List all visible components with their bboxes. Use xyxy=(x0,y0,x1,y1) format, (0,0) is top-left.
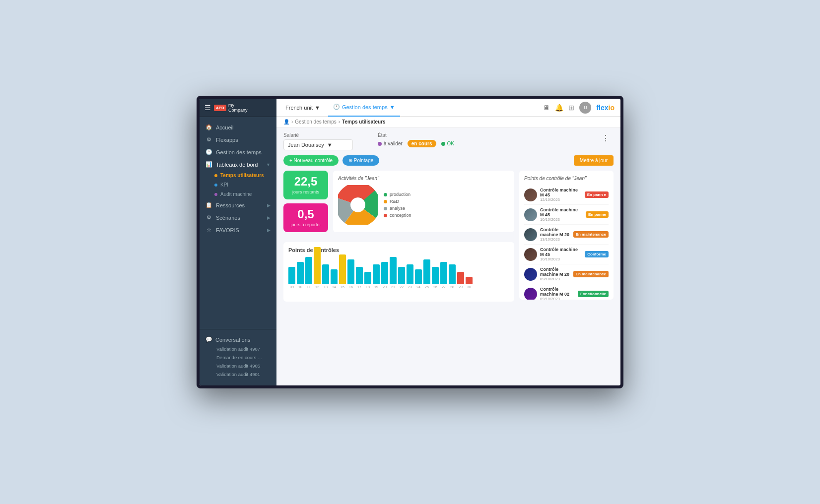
conv-item-2[interactable]: Demande en cours du 17/... xyxy=(205,353,271,362)
expand-icon: ▶ xyxy=(267,215,271,220)
bar-label: 29 xyxy=(459,285,463,289)
monitor-icon[interactable]: 🖥 xyxy=(543,104,550,112)
more-btn[interactable]: ⋮ xyxy=(598,132,614,144)
bar xyxy=(423,259,430,284)
control-info-3: Contrôle machine M 20 13/10/2023 xyxy=(540,227,570,242)
control-name-5: Contrôle machine M 20 xyxy=(540,267,570,277)
grid-icon[interactable]: ⊞ xyxy=(568,104,574,112)
bell-icon[interactable]: 🔔 xyxy=(555,104,563,112)
bar-group: 12 xyxy=(314,247,321,289)
bar xyxy=(415,269,422,284)
stat-label-jours-reporter: jours à reporter xyxy=(290,222,321,227)
conversations-header[interactable]: 💬 Conversations xyxy=(205,336,271,343)
hamburger-icon[interactable]: ☰ xyxy=(205,104,211,112)
état-option-ok[interactable]: OK xyxy=(441,141,454,146)
sidebar-item-flexapps[interactable]: ⚙ Flexapps xyxy=(200,133,276,146)
status-badge-5: En maintenance xyxy=(573,271,609,277)
bar-label: 24 xyxy=(416,285,420,289)
bar-chart-title: Points de contrôles xyxy=(288,247,509,253)
bar xyxy=(466,277,473,284)
bar-group: 25 xyxy=(423,259,430,289)
sidebar-item-label: Scénarios xyxy=(216,215,264,221)
conv-item-3[interactable]: Validation audit 4905 xyxy=(205,362,271,370)
bar xyxy=(364,272,371,284)
état-option-à-valider[interactable]: à valider xyxy=(378,141,403,146)
chevron-down-icon: ▼ xyxy=(315,105,320,111)
bar-label: 10 xyxy=(298,285,302,289)
bar-group: 29 xyxy=(457,272,464,289)
control-avatar-4 xyxy=(524,248,537,261)
conv-item-4[interactable]: Validation audit 4901 xyxy=(205,370,271,378)
état-option-en-cours[interactable]: en cours xyxy=(408,140,436,147)
bar-label: 26 xyxy=(433,285,437,289)
stat-label-jours-restants: jours restants xyxy=(292,189,319,194)
control-item-1[interactable]: Contrôle machine M 45 12/10/2023 En pann… xyxy=(524,185,609,205)
salarié-select[interactable]: Jean Douaisey ▼ xyxy=(283,139,353,150)
pie-chart xyxy=(338,185,378,225)
dashboard-content: 22,5 jours restants 0,5 jours à reporter xyxy=(283,171,614,302)
control-date-1: 12/10/2023 xyxy=(540,197,582,202)
tab-gestion-temps[interactable]: 🕐 Gestion des temps ▼ xyxy=(328,99,400,117)
sidebar-subitem-kpi[interactable]: KPI xyxy=(200,180,276,189)
bar xyxy=(356,267,363,284)
clock-tab-icon: 🕐 xyxy=(333,104,340,110)
état-label: État xyxy=(378,132,454,138)
bar-label: 27 xyxy=(442,285,446,289)
control-name-4: Contrôle machine M 45 xyxy=(540,247,582,257)
control-item-2[interactable]: Contrôle machine M 45 10/10/2023 En pann… xyxy=(524,205,609,225)
nouveau-controle-button[interactable]: + Nouveau contrôle xyxy=(283,155,339,166)
sidebar-item-scenarios[interactable]: ⚙ Scénarios ▶ xyxy=(200,211,276,224)
breadcrumb: 👤 › Gestion des temps › Temps utilisateu… xyxy=(276,117,620,127)
pie-chart-card: Activités de "Jean" xyxy=(333,171,514,232)
bar-group: 14 xyxy=(331,269,338,289)
sidebar-item-tableaux-bord[interactable]: 📊 Tableaux de bord ▼ xyxy=(200,158,276,171)
status-badge-3: En maintenance xyxy=(573,231,609,238)
status-badge-4: Conforme xyxy=(585,251,609,257)
control-info-1: Contrôle machine M 45 12/10/2023 xyxy=(540,188,582,202)
expand-icon: ▶ xyxy=(267,203,271,208)
mettre-a-jour-button[interactable]: Mettre à jour xyxy=(574,155,614,166)
unit-selector[interactable]: French unit ▼ xyxy=(282,103,323,112)
stat-card-jours-reporter: 0,5 jours à reporter xyxy=(283,203,328,232)
sidebar-item-accueil[interactable]: 🏠 Accueil xyxy=(200,121,276,133)
bar-group: 24 xyxy=(415,269,422,289)
bar xyxy=(305,257,312,284)
sidebar-subitem-temps-utilisateurs[interactable]: Temps utilisateurs xyxy=(200,171,276,180)
conv-item-1[interactable]: Validation audit 4907 xyxy=(205,345,271,353)
user-avatar[interactable]: U xyxy=(579,102,591,114)
control-avatar-1 xyxy=(524,189,537,201)
legend-label: analyse xyxy=(390,206,405,211)
main-content: French unit ▼ 🕐 Gestion des temps ▼ 🖥 🔔 … xyxy=(276,99,620,385)
pointage-button[interactable]: ⊕ Pointage xyxy=(342,155,379,166)
sidebar-item-gestion-temps[interactable]: 🕐 Gestion des temps xyxy=(200,146,276,158)
avatar-img-5 xyxy=(524,268,537,281)
sidebar-item-label: Accueil xyxy=(216,125,271,130)
legend-conception: conception xyxy=(384,213,411,218)
breadcrumb-separator: › xyxy=(339,119,340,125)
controls-panel: Points de contrôle de "Jean" Contrôle ma… xyxy=(519,171,614,300)
legend-label: production xyxy=(390,192,410,197)
control-item-6[interactable]: Contrôle machine M 02 09/10/2023 Fonctio… xyxy=(524,284,609,300)
bar-label: 12 xyxy=(315,285,319,289)
control-item-5[interactable]: Contrôle machine M 20 09/10/2023 En main… xyxy=(524,264,609,284)
stat-number-jours-reporter: 0,5 xyxy=(297,208,314,220)
actions-row: + Nouveau contrôle ⊕ Pointage Mettre à j… xyxy=(283,155,614,166)
bar-label: 20 xyxy=(383,285,387,289)
scenarios-icon: ⚙ xyxy=(205,214,212,221)
sidebar-item-favoris[interactable]: ☆ FAVORIS ▶ xyxy=(200,224,276,236)
bar-group: 26 xyxy=(432,267,439,289)
control-date-2: 10/10/2023 xyxy=(540,217,583,222)
bar xyxy=(347,259,354,284)
sidebar-subitem-audit-machine[interactable]: Audit machine xyxy=(200,189,276,199)
bar xyxy=(288,267,295,284)
sidebar-item-label: Tableaux de bord xyxy=(216,162,263,168)
control-item-3[interactable]: Contrôle machine M 20 13/10/2023 En main… xyxy=(524,225,609,245)
star-icon: ☆ xyxy=(205,227,212,233)
bar-label: 16 xyxy=(349,285,353,289)
sidebar-item-ressources[interactable]: 📋 Ressources ▶ xyxy=(200,199,276,211)
control-item-4[interactable]: Contrôle machine M 45 10/10/2023 Conform… xyxy=(524,245,609,264)
subitem-label: Temps utilisateurs xyxy=(220,173,264,178)
bar-label: 11 xyxy=(307,285,311,289)
control-avatar-6 xyxy=(524,288,537,300)
breadcrumb-item-1[interactable]: Gestion des temps xyxy=(295,119,336,125)
